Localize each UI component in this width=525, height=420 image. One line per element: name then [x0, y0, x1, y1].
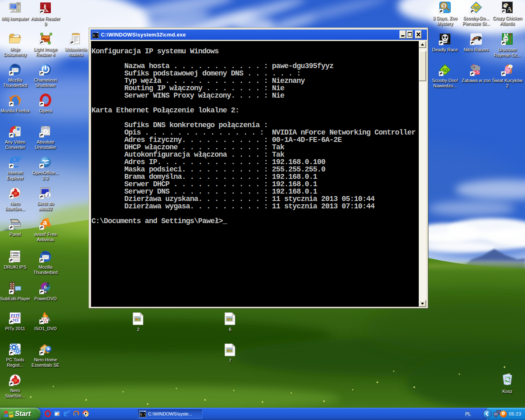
svg-text:i: i [47, 192, 49, 198]
svg-text:3: 3 [443, 3, 445, 9]
svg-text:C:\: C:\ [140, 413, 146, 416]
svg-text:C:\: C:\ [93, 34, 99, 37]
svg-text:e: e [64, 410, 68, 417]
svg-text:A: A [507, 5, 512, 13]
svg-text:LARZE: LARZE [11, 254, 19, 257]
